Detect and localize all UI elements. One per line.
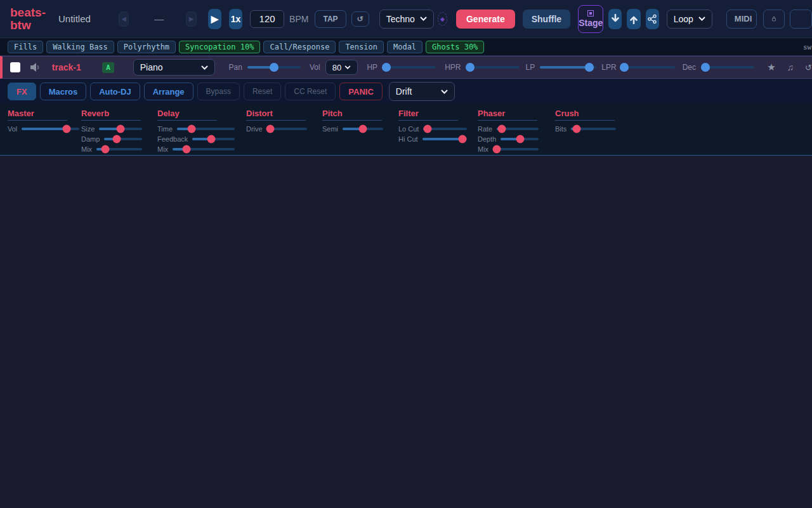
instrument-value: Piano: [140, 62, 163, 72]
play-button[interactable]: ▶: [208, 9, 221, 29]
tab-auto-dj[interactable]: Auto-DJ: [90, 83, 140, 100]
slider-knob[interactable]: [359, 124, 367, 133]
fx-param-label: Mix: [478, 145, 488, 153]
slider-knob[interactable]: [424, 124, 432, 133]
track-name[interactable]: track-1: [52, 62, 92, 72]
panic-button[interactable]: PANIC: [339, 83, 382, 100]
chevron-left-icon: ◀: [121, 15, 126, 22]
pan-label: Pan: [229, 63, 242, 72]
slider-knob[interactable]: [572, 124, 580, 133]
slider-knob[interactable]: [113, 135, 121, 143]
lp-label: LP: [526, 63, 535, 72]
upload-button[interactable]: [627, 9, 640, 29]
download-button[interactable]: [608, 9, 622, 29]
speed-button[interactable]: 1x: [229, 9, 242, 29]
chip-syncopation[interactable]: Syncopation 10%: [179, 41, 260, 53]
chip-call-response[interactable]: Call/Response: [263, 41, 336, 53]
pan-slider[interactable]: [247, 66, 301, 69]
slider-knob[interactable]: [182, 145, 190, 153]
fx-param-label: Vol: [8, 125, 17, 133]
slider-knob[interactable]: [207, 135, 216, 143]
fx-param-label: Rate: [478, 125, 492, 133]
delay-feedback-slider[interactable]: [192, 138, 235, 140]
phaser-mix-slider[interactable]: [493, 148, 539, 150]
shuffle-button[interactable]: Shuffle: [523, 10, 570, 29]
genre-select[interactable]: Techno: [379, 10, 434, 29]
tab-arrange[interactable]: Arrange: [144, 83, 193, 100]
master-vol-slider[interactable]: [22, 128, 79, 130]
slider-knob[interactable]: [458, 135, 466, 143]
reset-button[interactable]: Reset: [244, 83, 281, 100]
instrument-select[interactable]: Piano: [133, 59, 215, 76]
volume-select[interactable]: 80: [325, 60, 358, 75]
genre-value: Techno: [386, 14, 415, 24]
slider-knob[interactable]: [187, 124, 195, 133]
slider-knob[interactable]: [382, 63, 391, 72]
tab-macros[interactable]: Macros: [40, 83, 87, 100]
lock-button[interactable]: [763, 10, 785, 29]
delay-mix-slider[interactable]: [173, 148, 235, 150]
lp-slider[interactable]: [540, 66, 596, 69]
star-icon[interactable]: ★: [767, 62, 775, 73]
filter-locut-slider[interactable]: [423, 128, 467, 130]
slider-knob[interactable]: [102, 145, 110, 153]
pattern-chips-bar: Fills Walking Bass Polyrhythm Syncopatio…: [0, 38, 812, 56]
share-button[interactable]: [646, 9, 659, 29]
slider-knob[interactable]: [266, 124, 274, 133]
hpr-slider[interactable]: [466, 66, 519, 69]
slider-knob[interactable]: [117, 124, 125, 133]
slider-knob[interactable]: [492, 145, 501, 153]
app-logo: beats- btw: [10, 6, 46, 32]
dec-label: Dec: [683, 63, 696, 72]
lpr-slider[interactable]: [622, 66, 675, 69]
bpm-input[interactable]: [250, 10, 284, 28]
cc-reset-button[interactable]: CC Reset: [285, 83, 336, 100]
generate-button[interactable]: Generate: [456, 10, 515, 29]
reverb-mix-slider[interactable]: [96, 148, 142, 150]
slider-knob[interactable]: [516, 135, 525, 143]
variant-badge[interactable]: A: [102, 62, 114, 73]
tab-fx[interactable]: FX: [8, 83, 36, 100]
slider-knob[interactable]: [63, 124, 71, 133]
reset-tempo-button[interactable]: ↺: [351, 11, 369, 27]
slider-knob[interactable]: [270, 63, 278, 72]
music-note-icon[interactable]: ♫: [787, 62, 794, 72]
phaser-rate-slider[interactable]: [497, 128, 539, 130]
filter-hicut-slider[interactable]: [422, 138, 467, 140]
track-reset-icon[interactable]: ↺: [805, 63, 812, 72]
chip-modal[interactable]: Modal: [387, 41, 422, 53]
chip-ghosts[interactable]: Ghosts 30%: [426, 41, 484, 53]
slider-knob[interactable]: [701, 63, 710, 72]
phaser-depth-slider[interactable]: [501, 138, 539, 140]
fx-param-row: Lo Cut: [398, 126, 467, 131]
slider-knob[interactable]: [620, 63, 629, 72]
chip-fills[interactable]: Fills: [8, 41, 43, 53]
reverb-damp-slider[interactable]: [104, 138, 142, 140]
slider-knob[interactable]: [466, 63, 475, 72]
delay-time-slider[interactable]: [177, 128, 235, 130]
chip-tension[interactable]: Tension: [339, 41, 384, 53]
hp-slider[interactable]: [383, 66, 436, 69]
drift-select[interactable]: Drift: [389, 82, 455, 101]
chip-walking-bass[interactable]: Walking Bass: [46, 41, 114, 53]
track-checkbox[interactable]: [10, 62, 20, 72]
slider-knob[interactable]: [585, 63, 594, 72]
chip-polyrhythm[interactable]: Polyrhythm: [117, 41, 176, 53]
midi-button[interactable]: MIDI: [726, 10, 757, 29]
speaker-mute-icon[interactable]: [29, 62, 42, 73]
overflow-button[interactable]: [790, 10, 812, 29]
crush-bits-slider[interactable]: [571, 128, 616, 130]
distort-drive-slider[interactable]: [267, 128, 307, 130]
history-back-button[interactable]: ◀: [119, 11, 129, 27]
history-forward-button[interactable]: ▶: [186, 11, 197, 27]
tap-tempo-button[interactable]: TAP: [315, 10, 346, 28]
chevron-down-icon: [201, 65, 208, 70]
pitch-semi-slider[interactable]: [343, 128, 383, 130]
seed-orb-icon[interactable]: ◆: [438, 12, 447, 26]
bypass-button[interactable]: Bypass: [197, 83, 240, 100]
reverb-size-slider[interactable]: [99, 128, 142, 130]
stage-button[interactable]: Stage: [578, 5, 603, 33]
mode-select[interactable]: Loop: [667, 10, 712, 29]
dec-slider[interactable]: [701, 66, 754, 69]
slider-knob[interactable]: [498, 124, 506, 133]
